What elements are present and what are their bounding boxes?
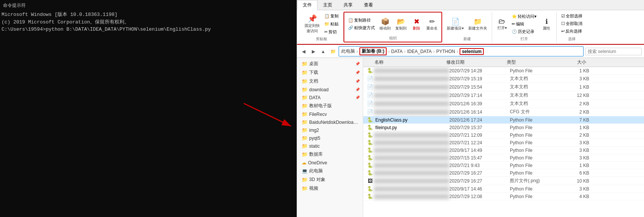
sidebar-item-3[interactable]: 📁 download 📌 <box>297 86 363 94</box>
table-row[interactable]: 📄 ████ 2020/7/29 15:54 文本文档 1 KB <box>363 83 644 91</box>
folder-icon: 📁 <box>302 135 308 141</box>
table-row[interactable]: 📄 ████████████ 2020/12/6 16:14 CFG 文件 2 … <box>363 108 644 116</box>
table-row[interactable]: 🐍 ████████████ 2020/9/17 14:46 Python Fi… <box>363 185 644 193</box>
tab-share[interactable]: 共享 <box>338 0 358 10</box>
table-row[interactable]: 🐍 ████████████ 2020/7/21 9:43 Python Fil… <box>363 162 644 169</box>
table-row[interactable]: 📄 ████████ 2020/7/29 17:14 文本文档 12 KB <box>363 91 644 100</box>
folder-icon: 📁 <box>302 119 308 125</box>
path-drive[interactable]: 新加卷 (B:) <box>359 47 387 55</box>
delete-btn[interactable]: ✖ 删除 <box>410 17 423 32</box>
col-header-date[interactable]: 修改日期 <box>446 59 507 66</box>
file-name: ████████████ <box>374 109 449 115</box>
history-btn[interactable]: 🕐 历史记录 <box>510 28 538 35</box>
edit-btn[interactable]: ✏ 编辑 <box>510 20 538 28</box>
pin-quick-access-btn[interactable]: 📌 固定到快速访问 <box>303 14 321 34</box>
table-row[interactable]: 🐍 ████████ 2020/7/29 14:28 Python File 1… <box>363 67 644 75</box>
sidebar-item-10[interactable]: 📁 static <box>297 142 363 150</box>
table-row[interactable]: 🐍 ████████████ 2020/7/29 12:08 Python Fi… <box>363 193 644 200</box>
col-header-size[interactable]: 大小 <box>560 59 590 66</box>
sidebar-item-0[interactable]: 📁 桌面 📌 <box>297 59 363 68</box>
new-folder-btn[interactable]: 📁 新建文件夹 <box>467 17 489 32</box>
file-type-icon: 🐍 <box>366 132 374 138</box>
paste-shortcut-btn[interactable]: 🔗 粘快捷方式 <box>347 24 376 31</box>
sidebar-item-14[interactable]: 📁 3D 对象 <box>297 175 363 184</box>
tab-file[interactable]: 文件 <box>297 0 317 10</box>
open-btn[interactable]: 🗁 打开▾ <box>495 17 509 31</box>
delete-icon: ✖ <box>414 17 420 26</box>
path-selenium[interactable]: selenium <box>460 48 484 55</box>
table-row[interactable]: 🐍 fileinput.py 2020/7/29 15:37 Python Fi… <box>363 124 644 131</box>
copy-path-btn[interactable]: 📋 复制路径 <box>347 17 376 24</box>
easy-access-btn[interactable]: ⭐ 轻松访问▾ <box>510 13 538 20</box>
table-row[interactable]: 🐍 ████████████ 2020/7/15 15:47 Python Fi… <box>363 154 644 162</box>
up-btn[interactable]: ▲ <box>319 47 327 56</box>
folder-icon: 📁 <box>302 177 308 183</box>
new-item-btn[interactable]: 📄 新建项目▾ <box>445 17 465 32</box>
table-row[interactable]: 🐍 ████████████ 2020/9/17 14:49 Python Fi… <box>363 147 644 154</box>
file-name: ██████ <box>374 76 449 81</box>
file-date: 2020/7/29 16:27 <box>449 178 510 184</box>
sidebar-item-1[interactable]: 📁 下载 📌 <box>297 68 363 77</box>
path-idea[interactable]: IDEA_DATA <box>407 49 432 54</box>
folder-icon: 📁 <box>302 143 308 149</box>
sidebar-item-15[interactable]: 📁 视频 <box>297 184 363 193</box>
ribbon-group-clipboard: 📌 固定到快速访问 📋 复制 📁 粘贴 ✂ <box>300 12 344 42</box>
file-name: ████████████ <box>374 178 449 184</box>
move-to-btn[interactable]: 📦 移动到 <box>378 17 392 32</box>
file-size: 1 KB <box>563 84 593 90</box>
path-pc[interactable]: 此电脑 <box>341 48 355 55</box>
sidebar-item-5[interactable]: 📁 教材电子版 <box>297 101 363 110</box>
path-python[interactable]: PYTHON <box>436 49 455 54</box>
invert-selection-btn[interactable]: ↩ 反向选择 <box>560 28 584 35</box>
table-row[interactable]: 📄 ██████ 2020/7/29 15:19 文本文档 3 KB <box>363 75 644 83</box>
copy-to-btn[interactable]: 📂 复制到 <box>394 17 408 32</box>
file-size: 10 KB <box>563 178 593 184</box>
sidebar-item-2[interactable]: 📁 文档 📌 <box>297 77 363 86</box>
file-type-label: Python File <box>510 68 563 73</box>
folder-icon: 📁 <box>302 87 308 92</box>
file-name: ████████ <box>374 68 449 73</box>
select-all-btn[interactable]: ☑ 全部选择 <box>560 12 584 20</box>
file-type-label: Python File <box>510 148 563 153</box>
tab-view[interactable]: 查看 <box>358 0 379 10</box>
table-row[interactable]: 🐍 ████████████ 2020/7/29 16:27 Python Fi… <box>363 169 644 177</box>
rename-btn[interactable]: ✏ 重命名 <box>425 17 439 32</box>
path-data[interactable]: DATA <box>391 49 402 54</box>
folder-icon: 📁 <box>302 127 308 133</box>
select-none-btn[interactable]: ☐ 全部取消 <box>560 20 584 27</box>
table-row[interactable]: 🖼 ████████████ 2020/7/29 16:27 图片文件(.png… <box>363 177 644 185</box>
sidebar-item-9[interactable]: 📁 pyqt5 <box>297 134 363 142</box>
paste-btn[interactable]: 📁 粘贴 <box>323 20 340 28</box>
search-input[interactable] <box>585 48 642 55</box>
sidebar-item-8[interactable]: 📁 img2 <box>297 126 363 134</box>
forward-btn[interactable]: ▶ <box>309 47 317 56</box>
file-type-icon: 🐍 <box>366 155 374 161</box>
sidebar-item-6[interactable]: 📁 FileRecv <box>297 110 363 118</box>
edit-icon: ✏ <box>512 22 515 27</box>
cmd-line: C:\Users\19594>python B:\DATA\IDEA_DATA\… <box>2 26 295 33</box>
properties-btn[interactable]: ℹ 属性 <box>540 17 553 32</box>
sidebar-item-7[interactable]: 📁 BaiduNetdiskDownloa… <box>297 118 363 126</box>
copy-btn[interactable]: 📋 复制 <box>323 12 340 20</box>
sidebar-item-4[interactable]: 📁 DATA 📌 <box>297 94 363 101</box>
folder-icon: 📁 <box>302 103 308 109</box>
pin-icon: 📌 <box>355 87 360 92</box>
table-row[interactable]: 🐍 ████████ 2020/7/21 12:24 Python File 3… <box>363 139 644 147</box>
table-row[interactable]: 🐍 EnglishClass.py 2020/12/6 17:24 Python… <box>363 116 644 124</box>
sidebar-item-12[interactable]: ☁ OneDrive <box>297 159 363 167</box>
file-type-icon: 🐍 <box>366 186 374 192</box>
file-type-label: Python File <box>510 140 563 145</box>
sidebar-item-13[interactable]: 💻 此电脑 <box>297 167 363 175</box>
tab-home[interactable]: 主页 <box>317 0 338 10</box>
sidebar-item-11[interactable]: 📁 数据库 <box>297 150 363 159</box>
table-row[interactable]: 🐍 ████████ 2020/7/21 12:09 Python File 2… <box>363 131 644 139</box>
table-row[interactable]: 📄 ████ 2020/12/6 16:39 文本文档 2 KB <box>363 100 644 108</box>
col-header-type[interactable]: 类型 <box>507 59 560 66</box>
file-name: fileinput.py <box>374 125 449 130</box>
move-icon: 📦 <box>381 17 389 26</box>
address-path[interactable]: 此电脑 › 新加卷 (B:) › DATA › IDEA_DATA › PYTH… <box>339 46 584 56</box>
cut-btn[interactable]: ✂ 剪切 <box>323 28 340 36</box>
folder-icon: 📁 <box>302 61 308 67</box>
back-btn[interactable]: ◀ <box>299 47 308 56</box>
col-header-name[interactable]: 名称 <box>363 59 446 66</box>
